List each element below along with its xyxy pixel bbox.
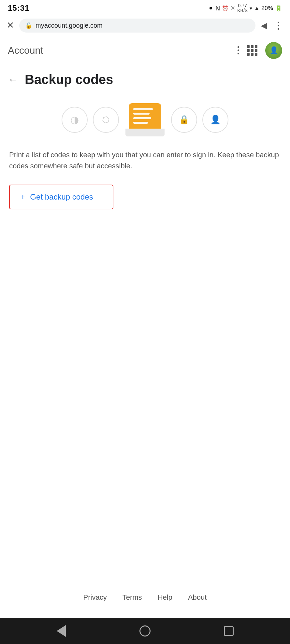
recents-nav-button[interactable] <box>221 623 237 639</box>
card-line-3 <box>133 117 151 119</box>
browser-bar: ✕ 🔒 myaccount.google.com ◀︎ ⋮ <box>0 15 290 36</box>
terms-link[interactable]: Terms <box>123 593 142 602</box>
avatar-image: 👤 <box>265 42 282 59</box>
battery-level: 20% <box>261 5 273 12</box>
back-nav-icon <box>57 625 66 637</box>
card-line-4 <box>133 122 148 124</box>
lock-circle-icon: 🔒 <box>171 107 197 133</box>
header-actions: 👤 <box>238 42 282 59</box>
page-title-row: ← Backup codes <box>0 63 290 93</box>
backup-card <box>129 103 161 129</box>
lock-icon: 🔒 <box>25 22 32 29</box>
icon-carousel: ◑ ⬡ 🔒 👤 <box>0 93 290 143</box>
avatar[interactable]: 👤 <box>265 42 282 59</box>
nav-bar <box>0 618 290 644</box>
status-icons: N ⏰ ✳ 0.77KB/S ▾ ▲ 20% 🔋 <box>208 3 282 13</box>
data-speed-icon: 0.77KB/S <box>237 3 248 13</box>
key-icon: ⬡ <box>87 101 124 138</box>
notification-dot <box>210 7 212 9</box>
backup-codes-icon <box>125 103 165 136</box>
status-time: 15:31 <box>8 4 29 13</box>
url-text: myaccount.google.com <box>36 22 103 29</box>
browser-actions: ◀︎ ⋮ <box>261 20 283 31</box>
nfc-icon: N <box>215 5 220 12</box>
description-text: Print a list of codes to keep with you t… <box>0 143 290 181</box>
more-options-icon[interactable]: ⋮ <box>274 20 283 31</box>
close-tab-button[interactable]: ✕ <box>7 21 14 30</box>
privacy-link[interactable]: Privacy <box>83 593 107 602</box>
page-title: Backup codes <box>25 72 113 87</box>
home-nav-icon <box>139 625 151 637</box>
get-backup-codes-label: Get backup codes <box>30 192 93 202</box>
app-title: Account <box>8 45 43 56</box>
recents-nav-icon <box>224 626 234 636</box>
help-link[interactable]: Help <box>158 593 172 602</box>
signal-icon: ▲ <box>254 5 259 11</box>
card-line-2 <box>133 113 150 115</box>
privacy-icon: ◑ <box>62 107 88 133</box>
card-base <box>125 129 165 136</box>
footer: Privacy Terms Help About <box>0 580 290 618</box>
card-line-1 <box>133 108 153 110</box>
battery-icon: 🔋 <box>275 5 282 12</box>
apps-grid-icon[interactable] <box>247 45 257 56</box>
page-content: ← Backup codes ◑ ⬡ 🔒 👤 Print a list of c… <box>0 63 290 580</box>
status-bar: 15:31 N ⏰ ✳ 0.77KB/S ▾ ▲ 20% 🔋 <box>0 0 290 15</box>
plus-icon: + <box>20 192 25 202</box>
get-backup-codes-button[interactable]: + Get backup codes <box>9 185 113 209</box>
share-icon[interactable]: ◀︎ <box>261 21 267 31</box>
back-button[interactable]: ← <box>8 74 18 86</box>
more-menu-icon[interactable] <box>238 46 239 54</box>
wifi-icon: ▾ <box>250 5 252 11</box>
back-nav-button[interactable] <box>53 623 69 639</box>
about-link[interactable]: About <box>188 593 207 602</box>
alarm-icon: ⏰ <box>222 5 228 11</box>
bluetooth-icon: ✳ <box>230 5 235 12</box>
url-bar[interactable]: 🔒 myaccount.google.com <box>19 19 255 33</box>
home-nav-button[interactable] <box>137 623 153 639</box>
person-icon: 👤 <box>202 107 228 133</box>
app-header: Account 👤 <box>0 36 290 63</box>
